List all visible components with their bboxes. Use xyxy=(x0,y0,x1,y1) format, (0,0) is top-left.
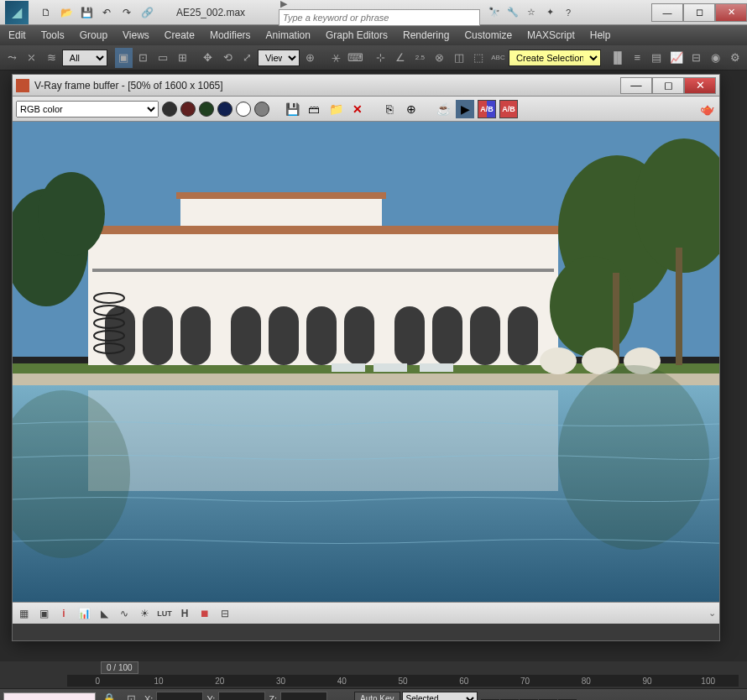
frame-indicator[interactable]: 0 / 100 xyxy=(101,661,138,674)
select-window-icon[interactable]: ⊞ xyxy=(174,48,191,68)
open-button[interactable]: 📂 xyxy=(57,3,76,22)
spinner-snap-icon[interactable]: ⊗ xyxy=(431,48,448,68)
select-rect-icon[interactable]: ▭ xyxy=(154,48,171,68)
save-image-icon[interactable]: 💾 xyxy=(283,100,301,118)
align-icon[interactable]: ≡ xyxy=(629,48,646,68)
menu-help[interactable]: Help xyxy=(590,29,611,41)
sparkle-icon[interactable]: ✦ xyxy=(542,5,557,20)
swatch-green[interactable] xyxy=(199,102,214,117)
histogram-icon[interactable]: 📊 xyxy=(76,606,91,621)
bind-icon[interactable]: ≋ xyxy=(43,48,60,68)
vray-close-button[interactable]: ✕ xyxy=(684,77,716,94)
color-correction-icon[interactable]: ▦ xyxy=(16,606,31,621)
menu-edit[interactable]: Edit xyxy=(8,29,26,41)
viewport-nav-zoom-icon[interactable]: 🔍 xyxy=(612,697,632,701)
new-file-button[interactable]: 🗋 xyxy=(37,3,55,22)
edged-faces-icon[interactable]: ◫ xyxy=(450,48,468,68)
angle-snap-icon[interactable]: ∠ xyxy=(391,48,409,68)
curve-icon[interactable]: ∿ xyxy=(117,606,132,621)
render-view[interactable] xyxy=(13,122,719,602)
viewport-nav-maximize-icon[interactable]: ⛶ xyxy=(659,697,679,701)
menu-animation[interactable]: Animation xyxy=(266,29,311,41)
star-icon[interactable]: ☆ xyxy=(524,5,539,20)
vray-channel-select[interactable]: RGB color xyxy=(16,101,159,118)
close-button[interactable]: ✕ xyxy=(715,3,747,22)
y-coord-input[interactable] xyxy=(218,692,265,701)
rotate-icon[interactable]: ⟲ xyxy=(218,48,236,68)
pivot-icon[interactable]: ⊕ xyxy=(301,48,319,68)
teapot-render-icon[interactable]: 🫖 xyxy=(697,100,716,118)
vray-title-bar[interactable]: V-Ray frame buffer - [50% of 1600 x 1065… xyxy=(13,75,719,97)
named-selection-icon[interactable]: ⬚ xyxy=(470,48,488,68)
menu-modifiers[interactable]: Modifiers xyxy=(210,29,251,41)
selection-filter-select[interactable]: All xyxy=(62,50,107,66)
lock-selection-icon[interactable]: 🔒 xyxy=(99,689,119,701)
schematic-icon[interactable]: ⊟ xyxy=(687,48,704,68)
select-name-icon[interactable]: ⊡ xyxy=(134,48,152,68)
vray-maximize-button[interactable]: ◻ xyxy=(652,77,684,94)
menu-create[interactable]: Create xyxy=(165,29,195,41)
move-icon[interactable]: ✥ xyxy=(199,48,217,68)
ref-coord-select[interactable]: View xyxy=(258,50,300,66)
snap-toggle-icon[interactable]: ⊹ xyxy=(372,48,389,68)
layers-icon[interactable]: ▤ xyxy=(648,48,666,68)
select-link-icon[interactable]: ⤳ xyxy=(3,48,21,68)
render-setup-icon[interactable]: ⚙ xyxy=(726,48,744,68)
stop-render-icon[interactable]: ⏹ xyxy=(197,606,212,621)
viewport-nav-orbit-icon[interactable]: ⟲ xyxy=(635,697,656,701)
isolate-icon[interactable]: ⊡ xyxy=(121,689,141,701)
save-button[interactable]: 💾 xyxy=(77,3,96,22)
material-editor-icon[interactable]: ◉ xyxy=(707,48,724,68)
stamp-icon[interactable]: ⊟ xyxy=(217,606,232,621)
minimize-button[interactable]: — xyxy=(651,3,683,22)
force-color-clamp-icon[interactable]: ▣ xyxy=(36,606,51,621)
render-last-icon[interactable]: ▶ xyxy=(456,100,474,118)
keyboard-shortcut-icon[interactable]: ⌨ xyxy=(347,48,364,68)
scale-icon[interactable]: ⤢ xyxy=(238,48,256,68)
swatch-red[interactable] xyxy=(180,102,196,117)
clear-image-icon[interactable]: ✕ xyxy=(348,100,367,118)
menu-graph-editors[interactable]: Graph Editors xyxy=(326,29,388,41)
region-render-icon[interactable]: ☕ xyxy=(434,100,452,118)
z-coord-input[interactable] xyxy=(280,692,327,701)
track-mouse-icon[interactable]: ⊕ xyxy=(402,100,421,118)
compare-ab-icon[interactable]: A/B xyxy=(478,100,496,118)
duplicate-vfb-icon[interactable]: ⎘ xyxy=(380,100,399,118)
swatch-blue[interactable] xyxy=(217,102,232,117)
select-object-icon[interactable]: ▣ xyxy=(115,48,133,68)
manipulate-icon[interactable]: ⚹ xyxy=(326,48,344,68)
key-mode-select[interactable]: Selected xyxy=(402,692,478,701)
help-search-input[interactable] xyxy=(279,9,480,26)
menu-group[interactable]: Group xyxy=(80,29,107,41)
swatch-rgb[interactable] xyxy=(162,102,177,117)
menu-customize[interactable]: Customize xyxy=(464,29,512,41)
abc-icon[interactable]: ABC xyxy=(489,48,507,68)
menu-tools[interactable]: Tools xyxy=(41,29,65,41)
x-coord-input[interactable] xyxy=(156,692,203,701)
exposure-icon[interactable]: ☀ xyxy=(137,606,152,621)
redo-button[interactable]: ↷ xyxy=(118,3,136,22)
history-icon[interactable]: H xyxy=(177,606,192,621)
percent-snap-icon[interactable]: 2.5 xyxy=(411,48,429,68)
compare-a-icon[interactable]: A/B xyxy=(499,100,518,118)
swatch-alpha[interactable] xyxy=(236,102,251,117)
wrench-icon[interactable]: 🔧 xyxy=(505,5,520,20)
app-icon[interactable]: ◢ xyxy=(5,1,29,24)
viewport-nav-pan-icon[interactable]: ✋ xyxy=(588,697,609,701)
expand-icon[interactable]: ⌄ xyxy=(708,608,716,619)
maximize-button[interactable]: ◻ xyxy=(683,3,715,22)
pixel-info-icon[interactable]: i xyxy=(56,606,71,621)
lut-icon[interactable]: LUT xyxy=(157,606,172,621)
help-icon[interactable]: ? xyxy=(561,5,576,20)
unlink-icon[interactable]: ⤫ xyxy=(23,48,40,68)
selection-set-select[interactable]: Create Selection Se xyxy=(509,50,601,66)
menu-views[interactable]: Views xyxy=(123,29,149,41)
vray-minimize-button[interactable]: — xyxy=(620,77,652,94)
script-listener[interactable]: Welcome to M: xyxy=(3,692,96,701)
menu-rendering[interactable]: Rendering xyxy=(403,29,449,41)
set-key-icon[interactable]: ⚿ xyxy=(331,697,351,701)
timeline-ruler[interactable]: 0 10 20 30 40 50 60 70 80 90 100 xyxy=(67,675,739,687)
swatch-mono[interactable] xyxy=(254,102,269,117)
binoculars-icon[interactable]: 🔭 xyxy=(487,5,502,20)
curve-editor-icon[interactable]: 📈 xyxy=(667,48,685,68)
